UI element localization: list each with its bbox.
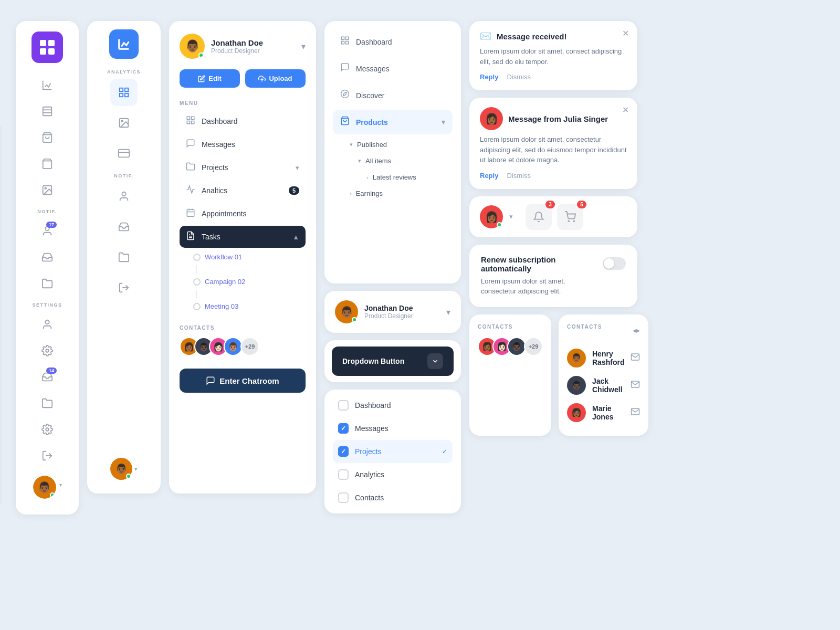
col2-signout-icon[interactable]: [110, 274, 138, 301]
notif-dismiss-1[interactable]: Dismiss: [507, 73, 531, 81]
notif-header-2: 👩🏾 Message from Julia Singer: [480, 107, 627, 130]
nav-messages[interactable]: Messages: [333, 56, 453, 81]
nav-earnings[interactable]: › Earnings: [343, 185, 453, 202]
person-notif-icon[interactable]: 17: [36, 219, 59, 243]
col2-grid-icon[interactable]: [110, 79, 138, 106]
enter-chatroom-button[interactable]: Enter Chatroom: [180, 369, 306, 393]
bag-icon[interactable]: [36, 126, 59, 149]
menu-item-dashboard[interactable]: Dashboard: [180, 110, 306, 132]
col2-wallet-icon[interactable]: [110, 140, 138, 167]
col1-user-avatar[interactable]: 👨🏾: [33, 476, 56, 499]
julia-avatar: 👩🏾: [480, 107, 503, 130]
action-buttons: Edit Upload: [180, 69, 306, 88]
analytics-icon[interactable]: [36, 74, 59, 97]
svg-rect-31: [187, 121, 190, 124]
checkbox-projects-box[interactable]: ✓: [338, 446, 349, 457]
menu-item-analytics[interactable]: Analtics 5: [180, 180, 306, 202]
upload-button[interactable]: Upload: [245, 69, 306, 88]
nav-published[interactable]: ▾ Published: [343, 136, 453, 153]
menu-item-projects[interactable]: Projects ▾: [180, 156, 306, 178]
contact-av-4[interactable]: 👨🏽: [224, 337, 243, 356]
contacts-bottom-row: CONTACTS 👩🏾 👩🏻 👨🏿 +29 CONTACTS ◂▸ 👨🏾 Hen…: [469, 314, 637, 436]
notification-message-received: ✕ ✉️ Message received! Lorem ipsum dolor…: [469, 21, 637, 90]
bag2-icon[interactable]: [36, 152, 59, 175]
nav-discover[interactable]: Discover: [333, 83, 453, 108]
henry-mail-icon[interactable]: [631, 352, 640, 364]
notif-actions-1: Reply Dismiss: [480, 73, 627, 81]
col2-folder-icon[interactable]: [110, 244, 138, 271]
col2-chevron[interactable]: ▾: [134, 466, 138, 472]
app-logo[interactable]: [32, 32, 63, 63]
svg-rect-33: [187, 209, 194, 217]
checkbox-messages[interactable]: ✓ Messages: [333, 417, 453, 440]
menu-item-tasks[interactable]: Tasks ▲: [180, 226, 306, 248]
dashboard-icon: [186, 116, 195, 127]
nav-products[interactable]: Products ▾: [333, 110, 453, 134]
checkbox-dashboard-box[interactable]: [338, 400, 349, 411]
notif-reply-1[interactable]: Reply: [480, 73, 498, 81]
col2-image-icon[interactable]: [110, 109, 138, 136]
analytics-logo[interactable]: [109, 29, 139, 59]
contacts-small-card: CONTACTS 👩🏾 👩🏻 👨🏿 +29: [469, 314, 551, 436]
notif-title-1: Message received!: [497, 32, 566, 41]
bell-icon-wrap[interactable]: 3: [526, 204, 552, 230]
right-panel: ✕ ✉️ Message received! Lorem ipsum dolor…: [469, 21, 637, 436]
svg-rect-0: [40, 40, 46, 46]
dropdown-button[interactable]: Dropdown Button: [332, 346, 454, 376]
nav-dashboard-label: Dashboard: [356, 38, 392, 46]
checkbox-messages-box[interactable]: ✓: [338, 423, 349, 434]
sub-item-campaign[interactable]: Campaign 02: [188, 274, 306, 290]
folder2-icon[interactable]: [36, 392, 59, 415]
checkbox-analytics[interactable]: Analytics: [333, 463, 453, 486]
inbox-icon[interactable]: [36, 246, 59, 269]
nav-latest-reviews[interactable]: › Latest reviews: [360, 169, 453, 185]
toggle-card: Renew subscription automatically Lorem i…: [469, 245, 637, 307]
sub-item-workflow[interactable]: Workflow 01: [188, 249, 306, 265]
tasks-submenu: Workflow 01 Campaign 02 Meeting 03: [180, 249, 306, 314]
projects-icon: [186, 162, 195, 173]
badge-online: [497, 222, 502, 227]
sub-item-meeting[interactable]: Meeting 03: [188, 298, 306, 314]
contacts-list-title: CONTACTS: [567, 324, 602, 330]
cart-icon-wrap[interactable]: 5: [557, 204, 583, 230]
gallery-icon[interactable]: [36, 178, 59, 202]
contacts-list-card: CONTACTS ◂▸ 👨🏾 Henry Rashford 👨🏿 Jack Ch…: [559, 314, 648, 436]
folder-icon[interactable]: [36, 272, 59, 295]
menu-item-messages[interactable]: Messages: [180, 133, 306, 155]
svg-point-12: [45, 320, 49, 324]
notif-close-2[interactable]: ✕: [622, 105, 629, 115]
inbox2-icon[interactable]: 14: [36, 365, 59, 388]
signout-icon[interactable]: [36, 444, 59, 467]
nav-dashboard[interactable]: Dashboard: [333, 29, 453, 54]
checkbox-contacts[interactable]: Contacts: [333, 486, 453, 509]
notif-reply-2[interactable]: Reply: [480, 172, 498, 180]
checkbox-contacts-box[interactable]: [338, 492, 349, 503]
svg-marker-44: [343, 92, 346, 96]
badge-row-chevron[interactable]: ▾: [509, 213, 513, 220]
products-chevron[interactable]: ▾: [442, 118, 445, 126]
marie-mail-icon[interactable]: [631, 407, 640, 418]
notif-dismiss-2[interactable]: Dismiss: [507, 172, 531, 180]
contacts-nav-arrows[interactable]: ◂▸: [633, 326, 640, 334]
checkbox-analytics-box[interactable]: [338, 469, 349, 480]
avatar-chevron[interactable]: ▾: [59, 482, 62, 488]
col2-inbox-icon[interactable]: [110, 213, 138, 240]
menu-item-appointments[interactable]: Appointments: [180, 203, 306, 225]
small-av-3[interactable]: 👨🏿: [507, 337, 526, 356]
sidebar-user-chevron[interactable]: ▾: [301, 41, 306, 51]
nav-all-items[interactable]: ▾ All items: [352, 153, 453, 169]
checkbox-dashboard[interactable]: Dashboard: [333, 394, 453, 417]
gear-icon[interactable]: [36, 339, 59, 362]
user-card-chevron[interactable]: ▾: [446, 307, 450, 317]
svg-rect-3: [48, 48, 55, 55]
notif-body-1: Lorem ipsum dolor sit amet, consect adip…: [480, 46, 627, 67]
col2-person-icon[interactable]: [110, 183, 138, 210]
person-settings-icon[interactable]: [36, 313, 59, 336]
layers-icon[interactable]: [36, 100, 59, 123]
gear2-icon[interactable]: [36, 418, 59, 441]
edit-button[interactable]: Edit: [180, 69, 240, 88]
toggle-switch[interactable]: [603, 257, 626, 270]
notif-close-1[interactable]: ✕: [622, 28, 629, 38]
jack-mail-icon[interactable]: [631, 380, 640, 391]
checkbox-projects[interactable]: ✓ Projects ✓: [333, 440, 453, 463]
